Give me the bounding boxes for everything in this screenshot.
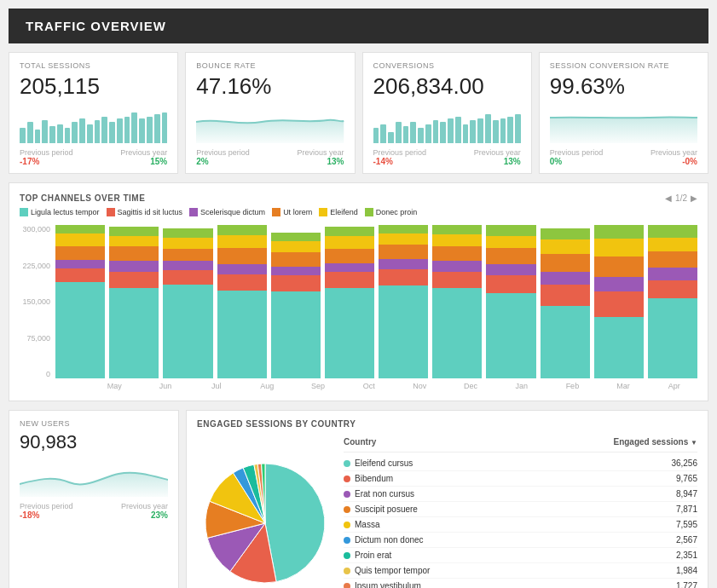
bar-segment [486, 248, 535, 264]
kpi-value: 206,834.00 [373, 73, 521, 100]
bar-segment [109, 288, 159, 378]
mini-bar [515, 114, 521, 143]
bar-segment [109, 236, 159, 247]
prev-year-label: Previous year [297, 148, 344, 157]
new-users-card: NEW USERS 90,983 Previous period [9, 410, 179, 588]
col-sessions[interactable]: Engaged sessions ▼ [613, 437, 697, 447]
sessions-value: 36,256 [671, 458, 697, 468]
bar-segment [325, 227, 374, 236]
mini-bar [42, 120, 48, 143]
bar-segment [594, 291, 644, 318]
bar-segment [109, 261, 159, 272]
kpi-label: BOUNCE RATE [196, 61, 344, 70]
kpi-mini-chart [550, 105, 697, 143]
mini-bar [463, 124, 469, 144]
prev-year-change: 13% [474, 157, 521, 166]
mini-bar [448, 118, 454, 143]
bar-group [217, 225, 267, 378]
mini-bar [57, 124, 63, 144]
country-label: Dictum non donec [355, 535, 424, 545]
prev-period-change: -14% [373, 157, 427, 166]
mini-bar [20, 128, 26, 143]
prev-period-label: Previous period [20, 148, 73, 157]
mini-bar [49, 126, 55, 143]
bar-segment [325, 263, 374, 273]
bar-segment [648, 225, 697, 238]
prev-year-change: 15% [120, 157, 167, 166]
bar-segment [541, 239, 590, 254]
bar-segment [325, 236, 374, 249]
prev-year-label: Previous year [651, 148, 697, 157]
bar-segment [379, 233, 428, 245]
bar-segment [648, 268, 697, 280]
x-label: Jul [193, 382, 240, 390]
new-users-prev-period-change: -18% [20, 510, 73, 520]
prev-period-label: Previous period [550, 148, 604, 157]
legend-item-0: Ligula lectus tempor [20, 208, 100, 216]
kpi-footer: Previous period 2% Previous year 13% [196, 148, 344, 166]
bar-segment [594, 277, 644, 291]
bar-segment [594, 225, 644, 239]
kpi-label: CONVERSIONS [373, 61, 521, 70]
mini-bar [124, 117, 130, 144]
kpi-value: 47.16% [196, 73, 344, 100]
channels-chart-area: 300,000225,000150,00075,0000 MayJunJulAu… [20, 225, 697, 390]
sessions-value: 1,984 [676, 566, 697, 575]
bar-segment [109, 272, 159, 288]
legend-item-2: Scelerisque dictum [189, 208, 265, 216]
page-title: TRAFFIC OVERVIEW [26, 19, 166, 33]
mini-bar [72, 122, 78, 143]
x-label: May [91, 382, 138, 390]
legend-label: Donec proin [376, 208, 418, 216]
table-row: Bibendum 9,765 [344, 471, 697, 487]
bar-group [55, 225, 105, 378]
legend-item-4: Eleifend [319, 208, 358, 216]
bar-segment [648, 298, 697, 378]
next-page-icon[interactable]: ▶ [691, 193, 697, 203]
mini-bar [87, 124, 93, 144]
mini-bar [433, 120, 439, 143]
legend-color [365, 208, 373, 216]
engaged-title: ENGAGED SESSIONS BY COUNTRY [197, 419, 697, 429]
x-label: Sep [295, 382, 342, 390]
country-label: Erat non cursus [355, 489, 414, 499]
mini-bar [500, 118, 506, 143]
country-color-dot [344, 491, 350, 498]
y-label: 225,000 [20, 262, 50, 270]
bar-segment [217, 248, 267, 264]
prev-year-label: Previous year [474, 148, 521, 157]
mini-bar [65, 128, 71, 143]
mini-bar [109, 122, 115, 143]
kpi-row: TOTAL SESSIONS 205,115 Previous period -… [9, 52, 708, 174]
prev-year-change: -0% [651, 157, 697, 166]
bar-segment [271, 267, 321, 276]
bottom-row: NEW USERS 90,983 Previous period [9, 410, 708, 588]
bar-segment [594, 317, 644, 378]
prev-page-icon[interactable]: ◀ [665, 193, 672, 203]
mini-bar [35, 130, 41, 143]
bar-segment [55, 246, 105, 260]
country-name: Erat non cursus [344, 489, 414, 499]
bar-group [648, 225, 697, 378]
sessions-value: 8,947 [676, 489, 697, 499]
prev-year-change: 13% [297, 157, 344, 166]
bar-segment [217, 291, 267, 378]
table-row: Massa 7,595 [344, 517, 697, 533]
kpi-card-1: BOUNCE RATE 47.16% Previous period 2% [185, 52, 355, 174]
legend-label: Scelerisque dictum [200, 208, 265, 216]
bar-segment [541, 285, 590, 306]
legend-nav[interactable]: ◀ 1/2 ▶ [665, 193, 697, 203]
table-row: Erat non cursus 8,947 [344, 487, 697, 502]
country-color-dot [344, 583, 350, 589]
legend-color [189, 208, 198, 216]
bar-segment [163, 228, 212, 238]
header: TRAFFIC OVERVIEW [9, 9, 708, 43]
mini-bar [95, 120, 101, 143]
engaged-content: Country Engaged sessions ▼ Eleifend curs… [197, 437, 697, 588]
sessions-value: 7,595 [676, 520, 697, 529]
mini-bar [131, 112, 137, 143]
y-label: 300,000 [20, 225, 50, 233]
kpi-mini-chart [196, 105, 344, 143]
sessions-value: 2,351 [676, 551, 697, 560]
country-label: Ipsum vestibulum [355, 581, 421, 588]
